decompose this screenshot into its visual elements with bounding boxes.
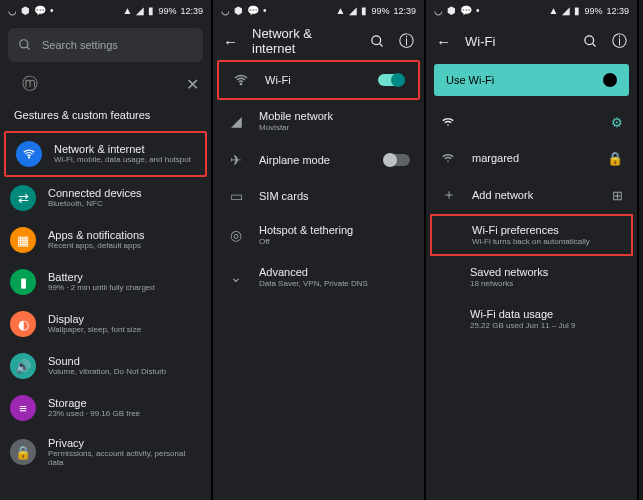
item-sub: Bluetooth, NFC (48, 200, 142, 209)
battery-pct: 99% (584, 6, 602, 16)
search-icon[interactable] (370, 34, 385, 49)
item-title: Storage (48, 397, 140, 409)
hotspot-icon: ◎ (227, 227, 245, 243)
settings-root-panel: ◡ ⬢ 💬 • ▲ ◢ ▮ 99% 12:39 Search settings … (0, 0, 213, 500)
item-sub: 23% used · 99.16 GB free (48, 410, 140, 419)
item-sub: Volume, vibration, Do Not Disturb (48, 368, 166, 377)
back-icon[interactable]: ← (436, 33, 451, 50)
row-title: Add network (472, 189, 533, 201)
item-title: Sound (48, 355, 166, 367)
wifi-toggle[interactable] (378, 74, 404, 86)
page-title: Network & internet (252, 26, 356, 56)
item-title: Connected devices (48, 187, 142, 199)
item-network-internet[interactable]: Network & internet Wi-Fi, mobile, data u… (4, 131, 207, 177)
row-sub: 25.22 GB used Jun 11 – Jul 9 (470, 321, 575, 330)
row-title: Saved networks (470, 266, 548, 278)
page-title: Wi-Fi (465, 34, 495, 49)
storage-icon: ≡ (10, 395, 36, 421)
motorola-logo-icon: ⓜ (22, 74, 38, 95)
row-advanced[interactable]: ⌄ AdvancedData Saver, VPN, Private DNS (213, 256, 424, 298)
row-title: Advanced (259, 266, 368, 278)
item-sub: Wallpaper, sleep, font size (48, 326, 141, 335)
lock-icon: 🔒 (607, 151, 623, 166)
row-mobile-network[interactable]: ◢ Mobile networkMovistar (213, 100, 424, 142)
row-wifi[interactable]: Wi-Fi (217, 60, 420, 100)
search-icon[interactable] (583, 34, 598, 49)
row-sub: Data Saver, VPN, Private DNS (259, 279, 368, 288)
item-apps-notifications[interactable]: ▦ Apps & notificationsRecent apps, defau… (0, 219, 211, 261)
search-placeholder: Search settings (42, 39, 118, 51)
row-title: SIM cards (259, 190, 309, 202)
display-icon: ◐ (10, 311, 36, 337)
row-add-network[interactable]: ＋ Add network ⊞ (426, 176, 637, 214)
svg-line-1 (27, 47, 30, 50)
status-bar: ◡⬢💬• ▲◢▮99%12:39 (426, 0, 637, 22)
item-battery[interactable]: ▮ Battery99% · 2 min until fully charged (0, 261, 211, 303)
row-connected-network[interactable]: ⚙ (426, 104, 637, 140)
battery-pct: 99% (371, 6, 389, 16)
row-sim-cards[interactable]: ▭ SIM cards (213, 178, 424, 214)
item-sub: Wi-Fi, mobile, data usage, and hotspot (54, 156, 191, 165)
clock: 12:39 (180, 6, 203, 16)
row-hotspot[interactable]: ◎ Hotspot & tetheringOff (213, 214, 424, 256)
wifi-icon (440, 114, 458, 130)
svg-point-2 (28, 157, 29, 158)
status-bar: ◡ ⬢ 💬 • ▲ ◢ ▮ 99% 12:39 (0, 0, 211, 22)
wifi-icon: ▲ (123, 6, 133, 16)
battery-icon: ▮ (10, 269, 36, 295)
row-sub: Wi-Fi turns back on automatically (472, 237, 590, 246)
battery-icon: ▮ (148, 6, 154, 16)
item-title: Battery (48, 271, 155, 283)
row-sub: Off (259, 237, 353, 246)
signal-icon: ◢ (227, 113, 245, 129)
item-sub: Permissions, account activity, personal … (48, 450, 201, 468)
row-wifi-preferences[interactable]: Wi-Fi preferences Wi-Fi turns back on au… (430, 214, 633, 256)
camera-icon: ◡ (8, 6, 17, 16)
svg-line-4 (379, 43, 382, 46)
app-bar: ← Network & internet ⓘ (213, 22, 424, 60)
network-name: margared (472, 152, 519, 164)
qr-icon[interactable]: ⊞ (612, 188, 623, 203)
dot-icon: • (50, 6, 54, 16)
item-sound[interactable]: 🔊 SoundVolume, vibration, Do Not Disturb (0, 345, 211, 387)
item-title: Privacy (48, 437, 201, 449)
sound-icon: 🔊 (10, 353, 36, 379)
devices-icon: ⇄ (10, 185, 36, 211)
wifi-icon (16, 141, 42, 167)
item-connected-devices[interactable]: ⇄ Connected devicesBluetooth, NFC (0, 177, 211, 219)
gear-icon[interactable]: ⚙ (611, 115, 623, 130)
row-airplane-mode[interactable]: ✈ Airplane mode (213, 142, 424, 178)
wifi-icon (233, 72, 251, 88)
item-title: Display (48, 313, 141, 325)
row-title: Wi-Fi data usage (470, 308, 575, 320)
use-wifi-toggle[interactable]: Use Wi-Fi (434, 64, 629, 96)
airplane-toggle[interactable] (384, 154, 410, 166)
section-gestures[interactable]: Gestures & custom features (0, 101, 211, 131)
svg-point-0 (20, 40, 28, 48)
plus-icon: ＋ (440, 186, 458, 204)
row-title: Hotspot & tethering (259, 224, 353, 236)
row-sub: 18 networks (470, 279, 548, 288)
search-settings-input[interactable]: Search settings (8, 28, 203, 62)
apps-icon: ▦ (10, 227, 36, 253)
close-icon[interactable]: ✕ (186, 75, 199, 94)
signal-icon: ◢ (136, 6, 144, 16)
row-title: Airplane mode (259, 154, 330, 166)
item-privacy[interactable]: 🔒 PrivacyPermissions, account activity, … (0, 429, 211, 476)
row-saved-networks[interactable]: Saved networks 18 networks (426, 256, 637, 298)
row-wifi-data-usage[interactable]: Wi-Fi data usage 25.22 GB used Jun 11 – … (426, 298, 637, 340)
network-internet-panel: ◡⬢💬• ▲◢▮99%12:39 ← Network & internet ⓘ … (213, 0, 426, 500)
svg-point-5 (240, 83, 241, 84)
svg-point-3 (372, 35, 381, 44)
row-network-margared[interactable]: margared 🔒 (426, 140, 637, 176)
wifi-panel: ◡⬢💬• ▲◢▮99%12:39 ← Wi-Fi ⓘ Use Wi-Fi ⚙ m… (426, 0, 639, 500)
clock: 12:39 (393, 6, 416, 16)
item-display[interactable]: ◐ DisplayWallpaper, sleep, font size (0, 303, 211, 345)
help-icon[interactable]: ⓘ (399, 32, 414, 51)
help-icon[interactable]: ⓘ (612, 32, 627, 51)
chat-icon: 💬 (34, 6, 46, 16)
wifi-icon (440, 150, 458, 166)
clock: 12:39 (606, 6, 629, 16)
item-storage[interactable]: ≡ Storage23% used · 99.16 GB free (0, 387, 211, 429)
back-icon[interactable]: ← (223, 33, 238, 50)
